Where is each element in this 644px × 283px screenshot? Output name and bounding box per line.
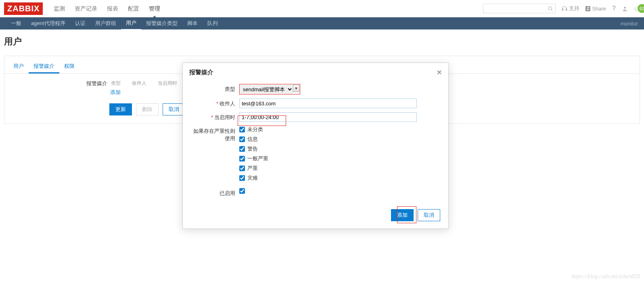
modal-header: 报警媒介 ✕	[183, 63, 448, 82]
when-active-input[interactable]	[239, 112, 417, 122]
cb-label: 一般严重	[247, 155, 268, 162]
cb-label: 警告	[247, 145, 258, 153]
severity-checkboxes: 未分类 信息 警告 一般严重 严重 灾难	[239, 126, 268, 184]
subnav-usergroups[interactable]: 用户群组	[90, 17, 121, 29]
nav-inventory[interactable]: 资产记录	[70, 0, 102, 17]
main-nav: 监测 资产记录 报表 配置 管理	[49, 0, 165, 17]
subnav-auth[interactable]: 认证	[70, 17, 90, 29]
type-select-wrap: sendmail报警脚本 ▼	[239, 84, 300, 94]
subnav-mediatypes[interactable]: 报警媒介类型	[141, 17, 182, 29]
th-recipient: 收件人	[132, 80, 146, 87]
subnav-users[interactable]: 用户	[121, 17, 141, 30]
subnav-right-label: monitor	[621, 21, 638, 27]
recipient-input[interactable]	[239, 99, 417, 108]
cb-label: 严重	[247, 165, 258, 172]
modal-body: 类型 sendmail报警脚本 ▼ *收件人 *当启用时 如果存在严重性则使用 …	[183, 82, 448, 209]
svg-point-0	[549, 6, 552, 10]
chevron-down-icon[interactable]: ▼	[293, 85, 299, 92]
support-label: 支持	[569, 5, 579, 12]
cb-average[interactable]	[239, 156, 245, 161]
tab-user[interactable]: 用户	[8, 60, 29, 73]
cancel-button[interactable]: 取消	[163, 103, 185, 115]
label-severity: 如果存在严重性则使用	[191, 126, 239, 142]
cb-label: 信息	[247, 136, 258, 143]
cb-disaster[interactable]	[239, 175, 245, 181]
add-media-link[interactable]: 添加	[110, 89, 121, 96]
svg-rect-3	[566, 9, 567, 10]
watermark: https://blog.csdn.net/ichen820	[571, 273, 640, 280]
cb-label: 未分类	[247, 126, 263, 133]
help-icon[interactable]: ?	[612, 5, 616, 12]
notification-badge[interactable]: 62	[637, 3, 644, 14]
sub-nav: 一般 agent代理程序 认证 用户群组 用户 报警媒介类型 脚本 队列 mon…	[0, 17, 644, 29]
th-type: 类型	[111, 80, 121, 87]
label-enabled: 已启用	[191, 188, 239, 197]
svg-line-1	[551, 9, 552, 10]
cb-high[interactable]	[239, 166, 245, 171]
media-table-header: 类型 收件人 当启用时	[111, 80, 188, 86]
nav-reports[interactable]: 报表	[102, 0, 123, 17]
modal-title: 报警媒介	[189, 69, 213, 76]
top-right: 支持 Z Share ? 62	[483, 4, 640, 13]
subnav-scripts[interactable]: 脚本	[182, 17, 203, 29]
nav-config[interactable]: 配置	[123, 0, 144, 17]
tab-media[interactable]: 报警媒介	[29, 60, 59, 73]
subnav-queue[interactable]: 队列	[203, 17, 223, 29]
enabled-checkbox[interactable]	[239, 188, 245, 194]
cb-notclassified[interactable]	[239, 127, 245, 132]
media-modal: 报警媒介 ✕ 类型 sendmail报警脚本 ▼ *收件人 *当启用时 如果存在…	[182, 63, 449, 229]
search-input[interactable]	[483, 4, 556, 13]
support-link[interactable]: 支持	[562, 5, 579, 12]
cb-info[interactable]	[239, 136, 245, 142]
th-when: 当启用时	[158, 80, 177, 87]
user-icon[interactable]	[622, 6, 628, 12]
logo: ZABBIX	[4, 2, 43, 15]
update-button[interactable]: 更新	[109, 103, 132, 115]
nav-monitoring[interactable]: 监测	[49, 0, 70, 17]
label-recipient: *收件人	[191, 99, 239, 107]
share-link[interactable]: Z Share	[585, 6, 606, 12]
subnav-proxy[interactable]: agent代理程序	[26, 17, 70, 29]
modal-footer: 添加 取消	[183, 209, 448, 228]
share-label: Share	[592, 6, 606, 12]
modal-add-button[interactable]: 添加	[391, 209, 414, 221]
top-bar: ZABBIX 监测 资产记录 报表 配置 管理 支持 Z Share ? 62	[0, 0, 644, 17]
cb-label: 灾难	[247, 174, 258, 182]
tab-permissions[interactable]: 权限	[59, 60, 79, 73]
label-when: *当启用时	[191, 112, 239, 121]
label-type: 类型	[191, 84, 239, 93]
page-title: 用户	[0, 29, 644, 54]
headset-icon	[562, 6, 567, 11]
nav-admin[interactable]: 管理	[144, 0, 165, 17]
close-icon[interactable]: ✕	[437, 69, 442, 76]
media-label: 报警媒介	[85, 80, 107, 87]
subnav-general[interactable]: 一般	[6, 17, 26, 29]
modal-cancel-button[interactable]: 取消	[418, 209, 440, 221]
search-icon	[548, 6, 553, 11]
svg-rect-2	[562, 9, 563, 10]
delete-button: 删除	[136, 103, 159, 115]
type-select[interactable]: sendmail报警脚本	[240, 85, 293, 94]
cb-warning[interactable]	[239, 146, 245, 152]
svg-point-4	[624, 6, 626, 8]
z-icon: Z	[585, 6, 590, 11]
